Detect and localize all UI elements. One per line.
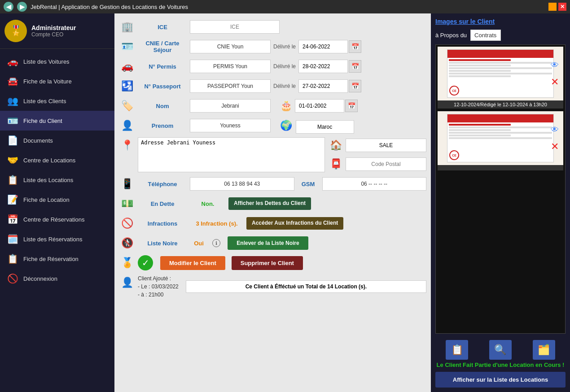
telephone-label: Téléphone — [138, 181, 187, 187]
deconnexion-label: Déconnexion — [23, 275, 57, 282]
cnie-calendar-btn[interactable]: 📅 — [349, 40, 361, 53]
person-icon: 👤 — [119, 118, 135, 134]
sidebar-role: Compte CEO — [31, 31, 76, 38]
permis-input[interactable] — [190, 60, 271, 73]
centre-locations-label: Centre de Locations — [23, 157, 75, 164]
fiche-location-icon: 📝 — [6, 194, 19, 205]
badge-icon: 🏷️ — [119, 98, 135, 114]
phone-icon: 📱 — [119, 176, 135, 192]
permis-date-label: Délivré le — [273, 63, 296, 70]
code-postal-input[interactable] — [346, 157, 426, 171]
address-input[interactable]: Adresse Jebrani Youness — [138, 137, 325, 172]
client-ajoute-heure: - à : 21h00 — [138, 291, 179, 299]
delete-image-2-button[interactable]: ✕ — [548, 140, 561, 153]
delete-image-1-button[interactable]: ✕ — [548, 75, 561, 89]
acceder-infractions-button[interactable]: Accéder Aux Infractions du Client — [246, 217, 343, 230]
sidebar-item-documents[interactable]: 📄 Documents — [0, 131, 114, 150]
supprimer-client-button[interactable]: Supprimer le Client — [232, 256, 303, 270]
add-image-button[interactable]: 📋 — [446, 340, 468, 360]
sidebar-username: Administrateur — [31, 24, 76, 31]
centre-locations-icon: 🤝 — [6, 155, 19, 166]
prenom-label: Prenom — [138, 122, 187, 129]
money-icon: 💵 — [119, 196, 135, 212]
apropos-select[interactable]: Contrats — [470, 30, 501, 41]
sidebar-header: 🎖️ Administrateur Compte CEO — [0, 13, 114, 49]
voitures-label: Liste des Voitures — [23, 58, 70, 65]
sidebar-item-fiche-voiture[interactable]: 🚘 Fiche de la Voiture — [0, 71, 114, 91]
clients-icon: 👥 — [6, 96, 19, 106]
liste-locations-label: Liste des Locations — [23, 177, 73, 183]
afficher-locations-button[interactable]: Afficher sur la Liste des Locations — [435, 372, 566, 388]
sidebar-item-fiche-reservation[interactable]: 📋 Fiche de Réservation — [0, 249, 114, 269]
total-locations-display: Ce Client à Éfféctué un Total de 14 Loca… — [186, 280, 426, 293]
sidebar-item-liste-reservations[interactable]: 🗓️ Liste des Réservations — [0, 229, 114, 249]
forward-button[interactable]: ▶ — [17, 2, 27, 12]
checkmark-icon: ✓ — [138, 255, 153, 270]
images-title: Images sur le Client — [435, 18, 495, 25]
client-added-box: Client Ajouté : - Le : 03/03/2022 - à : … — [138, 274, 179, 299]
client-ajoute-date: - Le : 03/03/2022 — [138, 283, 179, 291]
telephone-input[interactable] — [190, 177, 294, 191]
pays-display: Maroc — [296, 120, 354, 134]
naissance-calendar-btn[interactable]: 📅 — [345, 100, 358, 112]
folder-button[interactable]: 🗂️ — [533, 340, 555, 360]
view-image-1-button[interactable]: 👁 — [548, 58, 561, 72]
sidebar-item-voitures[interactable]: 🚗 Liste des Voitures — [0, 52, 114, 71]
location-icon: 📍 — [119, 137, 135, 153]
sidebar-item-liste-locations[interactable]: 📋 Liste des Locations — [0, 170, 114, 190]
permis-date-display: 28-02-2022 — [298, 60, 348, 73]
passport-icon: 🛂 — [119, 78, 135, 94]
passeport-date-display: 27-02-2022 — [298, 79, 348, 93]
prenom-input[interactable] — [190, 119, 271, 132]
permis-label: N° Permis — [138, 63, 187, 70]
fiche-reservation-icon: 📋 — [6, 253, 19, 264]
fiche-reservation-label: Fiche de Réservation — [23, 256, 79, 262]
back-button[interactable]: ◀ — [4, 2, 13, 12]
image-caption-2 — [438, 165, 563, 170]
sidebar-item-fiche-client[interactable]: 🪪 Fiche du Client — [0, 111, 114, 131]
avatar: 🎖️ — [4, 20, 27, 42]
liste-reservations-icon: 🗓️ — [6, 234, 19, 244]
view-image-2-button[interactable]: 👁 — [548, 123, 561, 136]
image-thumb-1: CE 👁 ✕ — [438, 47, 563, 100]
minimize-button[interactable] — [548, 3, 557, 11]
passeport-calendar-btn[interactable]: 📅 — [349, 80, 361, 92]
fiche-voiture-icon: 🚘 — [6, 76, 19, 87]
modifier-client-button[interactable]: Modifier le Client — [160, 256, 225, 270]
fiche-client-label: Fiche du Client — [23, 118, 62, 124]
globe-icon: 🌍 — [278, 118, 294, 134]
enlever-liste-button[interactable]: Enlever de la Liste Noire — [228, 236, 308, 250]
fiche-location-label: Fiche de Location — [23, 196, 70, 203]
ice-input[interactable] — [190, 20, 280, 34]
sidebar-item-deconnexion[interactable]: 🚫 Déconnexion — [0, 269, 114, 288]
infractions-value: 3 Infraction (s). — [190, 220, 244, 227]
images-scroll: CE 👁 ✕ 12-10-2024/Rédigé le 12-10-2024 à… — [435, 44, 566, 334]
gsm-input[interactable] — [322, 177, 427, 191]
sidebar-item-clients[interactable]: 👥 Liste des Clients — [0, 91, 114, 111]
scan-button[interactable]: 🔍 — [489, 340, 512, 360]
clients-label: Liste des Clients — [23, 98, 66, 105]
cnie-input[interactable] — [190, 40, 271, 53]
nom-input[interactable] — [190, 99, 271, 113]
image-card-2: CE 👁 ✕ — [438, 111, 563, 170]
permis-calendar-btn[interactable]: 📅 — [349, 60, 361, 73]
right-panel: Images sur le Client à Propos du Contrat… — [431, 13, 570, 392]
titlebar: ◀ ▶ JebRental | Application de Gestion d… — [0, 0, 570, 13]
sidebar-item-fiche-location[interactable]: 📝 Fiche de Location — [0, 190, 114, 209]
location-notice: Le Client Fait Partie d'une Location en … — [435, 362, 566, 368]
sidebar-item-centre-reservations[interactable]: 📅 Centre de Réservations — [0, 209, 114, 229]
cnie-date-display: 24-06-2022 — [298, 40, 348, 53]
info-icon[interactable]: ℹ — [212, 239, 220, 247]
close-button[interactable]: ✕ — [558, 3, 566, 11]
dette-value: Non. — [190, 200, 226, 207]
house-icon: 🏠 — [328, 137, 344, 153]
passeport-input[interactable] — [190, 79, 271, 93]
centre-reservations-icon: 📅 — [6, 214, 19, 225]
afficher-dettes-button[interactable]: Afficher les Dettes du Client — [228, 197, 311, 210]
dette-label: En Dette — [138, 200, 187, 207]
sidebar-item-centre-locations[interactable]: 🤝 Centre de Locations — [0, 150, 114, 170]
apropos-label: à Propos du — [435, 32, 467, 39]
fiche-voiture-label: Fiche de la Voiture — [23, 78, 72, 85]
centre-reservations-label: Centre de Réservations — [23, 216, 85, 223]
passeport-date-label: Délivré le — [273, 83, 296, 89]
